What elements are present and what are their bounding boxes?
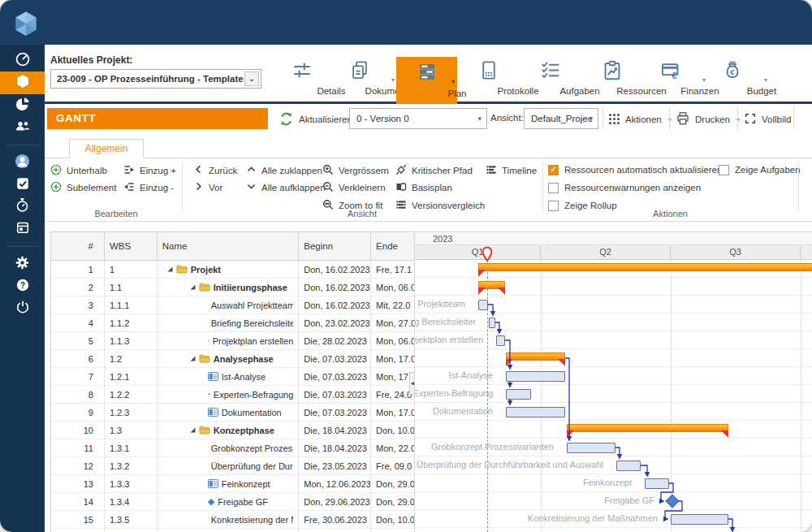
today-marker-pin[interactable]: [481, 246, 494, 265]
gantt-task-bar[interactable]: [496, 335, 505, 346]
gantt-milestone[interactable]: [666, 495, 680, 508]
checkbox-resource-warnings[interactable]: Ressourcenwarnungen anzeigen: [548, 181, 701, 194]
gantt-summary-bar[interactable]: [506, 353, 565, 361]
checkbox-icon[interactable]: [548, 183, 559, 193]
chevron-down-icon[interactable]: ▾: [391, 76, 395, 84]
checkbox-show-tasks[interactable]: Zeige Aufgaben: [719, 163, 801, 176]
chevron-down-icon[interactable]: ▾: [764, 76, 767, 84]
table-row[interactable]: 61.2AnalysephaseDie, 07.03.2023Mon, 17.0: [51, 350, 414, 368]
sidebar-item-calendar[interactable]: [0, 218, 45, 240]
table-row[interactable]: 121.3.2Überprüfung der Durchf...Die, 23.…: [51, 457, 414, 475]
table-row[interactable]: 31.1.1Auswahl ProjektteamDon, 16.02.2023…: [51, 296, 414, 314]
sidebar-item-settings[interactable]: [0, 253, 45, 275]
fullscreen-button[interactable]: Vollbild: [744, 110, 791, 129]
column-header-ende[interactable]: Ende: [371, 232, 414, 260]
gantt-task-bar[interactable]: [506, 371, 565, 382]
app-logo-icon[interactable]: [14, 11, 38, 41]
gantt-bar-label: Briefing Bereichsleiter: [414, 317, 482, 327]
table-row[interactable]: 71.2.1Ist-AnalyseDie, 07.03.2023Mon, 17.…: [51, 368, 414, 386]
nav-tab-dokumente[interactable]: Dokumente ▾: [330, 55, 389, 102]
nav-tab-ressourcen[interactable]: Ressourcen: [583, 55, 641, 102]
chevron-down-icon[interactable]: ▾: [477, 109, 482, 128]
column-header-wbs[interactable]: WBS: [105, 232, 158, 260]
sidebar-item-profile[interactable]: [0, 152, 45, 174]
gantt-task-bar[interactable]: [616, 461, 641, 471]
sidebar-item-tasks[interactable]: [0, 174, 45, 196]
sidebar-item-help[interactable]: ?: [0, 275, 45, 297]
table-row[interactable]: 91.2.3DokumentationDie, 07.03.2023Mon, 1…: [51, 404, 414, 422]
table-row[interactable]: 111.3.1Grobkonzept Prozessvar...Die, 18.…: [51, 439, 414, 457]
view-select[interactable]: Default_Projec ▾: [524, 108, 598, 129]
cell-num: 8: [51, 386, 105, 403]
table-row[interactable]: 81.2.2Experten-BefragungDie, 07.03.2023F…: [51, 386, 414, 404]
subelement-button[interactable]: Subelement: [50, 180, 116, 194]
nav-tab-budget[interactable]: € Budget ▾: [703, 55, 762, 102]
table-row[interactable]: 11ProjektDon, 16.02.2023Fre, 17.1: [51, 261, 414, 279]
gantt-task-bar[interactable]: [567, 443, 615, 453]
gantt-bar-label: Projektplan erstellen: [414, 335, 490, 344]
checkbox-auto-update-resources[interactable]: Ressourcen automatisch aktualisieren: [548, 163, 722, 176]
gantt-dependency-link: [641, 465, 647, 476]
sidebar-item-reports[interactable]: [0, 94, 45, 116]
checkbox-icon[interactable]: [548, 165, 559, 175]
cell-ende: Fre, 24.0: [371, 386, 414, 403]
sidebar-item-timer[interactable]: [0, 196, 45, 218]
indent-plus-button[interactable]: Einzug +: [123, 163, 176, 177]
table-row[interactable]: 101.3KonzeptphaseDie, 18.04.2023Don, 10.…: [51, 422, 414, 439]
table-row[interactable]: 21.1InitiierungsphaseDon, 16.02.2023Mon,…: [51, 279, 414, 296]
timeline-button[interactable]: Timeline: [486, 163, 537, 177]
gantt-task-bar[interactable]: [671, 514, 728, 525]
tab-allgemein[interactable]: Allgemein: [69, 139, 144, 158]
project-select[interactable]: 23-009 - OP Prozesseinführung - Template…: [50, 69, 261, 89]
back-button[interactable]: Zurück: [193, 163, 237, 177]
baseline-button[interactable]: Basisplan: [395, 180, 452, 194]
gantt-task-bar[interactable]: [645, 478, 669, 489]
table-row[interactable]: 41.1.2Briefing BereichsleiterDon, 23.02.…: [51, 314, 414, 332]
table-row[interactable]: 151.3.5Konkretisierung der Ma...Fre, 30.…: [51, 511, 414, 529]
cell-name: Initiierungsphase: [158, 279, 300, 296]
gantt-task-bar[interactable]: [506, 389, 531, 400]
nav-tab-protokolle[interactable]: Protokolle: [460, 55, 518, 102]
table-row[interactable]: 131.3.3FeinkonzeptMon, 12.06.2023Don, 29…: [51, 475, 414, 493]
sidebar-item-projects[interactable]: [0, 71, 45, 94]
table-row[interactable]: 141.3.4◆Freigabe GFDon, 29.06.2023Don, 2…: [51, 493, 414, 511]
gantt-task-bar[interactable]: [489, 318, 495, 328]
print-button[interactable]: Drucken ▾: [676, 110, 740, 129]
unterhalb-button[interactable]: Unterhalb: [50, 163, 107, 177]
chevron-down-icon[interactable]: ▾: [451, 78, 455, 85]
collapse-all-button[interactable]: Alle zuklappen: [246, 163, 322, 177]
expand-all-button[interactable]: Alle aufklappen: [246, 180, 326, 194]
checkbox-icon[interactable]: [719, 165, 729, 175]
cell-name: Projektplan erstellen: [158, 332, 300, 349]
refresh-button[interactable]: Aktualisieren: [279, 110, 352, 129]
sidebar-item-dashboard[interactable]: [0, 50, 45, 71]
column-header-num[interactable]: #: [51, 232, 105, 260]
chevron-down-icon[interactable]: ▾: [589, 109, 593, 128]
sidebar-item-team[interactable]: [0, 116, 45, 138]
nav-tab-plan[interactable]: Plan ▾: [396, 57, 457, 104]
gantt-task-bar[interactable]: [506, 407, 565, 417]
forward-button[interactable]: Vor: [193, 180, 222, 194]
gantt-summary-bar[interactable]: [478, 263, 812, 271]
column-header-name[interactable]: Name: [158, 232, 300, 260]
gantt-task-bar[interactable]: [478, 300, 488, 310]
nav-tab-finanzen[interactable]: € Finanzen ▾: [641, 55, 700, 102]
gantt-summary-bar[interactable]: [567, 424, 728, 432]
chevron-right-icon: [193, 181, 204, 193]
table-row-partial[interactable]: [51, 529, 414, 532]
cell-wbs: 1.1.3: [105, 332, 158, 349]
sidebar-item-logout[interactable]: [0, 297, 45, 319]
nav-tab-details[interactable]: Details: [273, 55, 331, 102]
zoom-in-button[interactable]: Vergrössern: [322, 163, 389, 177]
chevron-down-icon[interactable]: ⌄: [244, 71, 259, 86]
nav-tab-aufgaben[interactable]: Aufgaben: [521, 55, 580, 102]
cell-wbs: 1: [105, 261, 158, 278]
outdent-button[interactable]: Einzug -: [123, 180, 174, 194]
version-select[interactable]: 0 - Version 0 ▾: [349, 108, 487, 129]
column-header-beginn[interactable]: Beginn: [299, 232, 371, 260]
table-row[interactable]: 51.1.3Projektplan erstellenDie, 28.02.20…: [51, 332, 414, 350]
actions-button[interactable]: Aktionen ▾: [608, 110, 672, 129]
gantt-summary-bar[interactable]: [478, 281, 505, 289]
critical-path-button[interactable]: Kritischer Pfad: [395, 163, 473, 177]
zoom-out-button[interactable]: Verkleinern: [322, 180, 386, 194]
